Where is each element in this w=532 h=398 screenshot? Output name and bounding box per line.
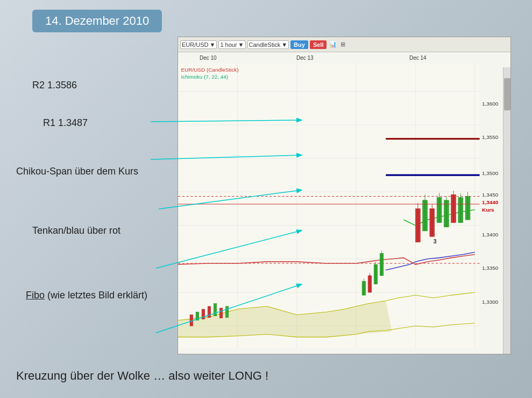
title-box: 14. Dezember 2010 [32,10,162,32]
svg-rect-17 [190,315,193,326]
svg-text:1,3500: 1,3500 [482,170,498,176]
pair-dropdown-arrow: ▼ [210,41,216,48]
svg-text:1,3300: 1,3300 [482,299,498,305]
label-tenkan: Tenkan/blau über rot [32,225,120,236]
svg-text:1,3450: 1,3450 [482,192,498,198]
bottom-text: Kreuzung über der Wolke … also weiter LO… [16,369,268,383]
svg-text:Ichimoku (7, 22, 44): Ichimoku (7, 22, 44) [181,74,229,80]
timeframe-select[interactable]: 1 hour ▼ [218,40,245,49]
charttype-dropdown-arrow: ▼ [281,41,287,48]
svg-text:EUR/USD (CandleStick): EUR/USD (CandleStick) [181,67,239,73]
svg-text:1,3350: 1,3350 [482,266,498,271]
title-text: 14. Dezember 2010 [45,14,149,27]
chart-toolbar: EUR/USD ▼ 1 hour ▼ CandleStick ▼ Buy Sel… [178,37,510,52]
label-r2: R2 1.3586 [32,80,77,91]
svg-rect-0 [178,64,480,348]
timeframe-dropdown-arrow: ▼ [238,41,244,48]
svg-text:Kurs: Kurs [482,207,494,213]
svg-rect-18 [196,312,199,320]
svg-rect-22 [219,308,223,318]
svg-text:1,3600: 1,3600 [482,101,498,107]
label-chikou: Chikou-Span über dem Kurs [16,166,138,177]
svg-rect-19 [202,309,205,319]
scrollbar-thumb[interactable] [504,78,510,110]
chart-container: EUR/USD ▼ 1 hour ▼ CandleStick ▼ Buy Sel… [178,37,511,354]
svg-text:1,3440: 1,3440 [482,199,498,205]
svg-rect-23 [225,306,229,318]
label-r1: R1 1.3487 [43,117,88,129]
sell-button[interactable]: Sell [310,40,327,49]
buy-button[interactable]: Buy [290,40,308,49]
label-fibo: Fibo (wie letztes Bild erklärt) [26,290,147,301]
vertical-scrollbar[interactable] [503,67,510,354]
settings-icon: ⊞ [339,40,346,48]
chart-icon: 📊 [328,40,338,48]
svg-text:1,3400: 1,3400 [482,232,498,238]
svg-text:3: 3 [434,238,437,245]
svg-text:1,3550: 1,3550 [482,134,498,140]
chart-area: Dec 10 Dec 13 Dec 14 [178,52,510,354]
svg-rect-20 [208,306,211,318]
svg-rect-21 [214,304,217,316]
chart-svg: 3 EUR/USD (CandleStick) Ichimoku (7, 22,… [178,52,510,354]
pair-select[interactable]: EUR/USD ▼ [180,40,217,49]
charttype-select[interactable]: CandleStick ▼ [247,40,289,49]
